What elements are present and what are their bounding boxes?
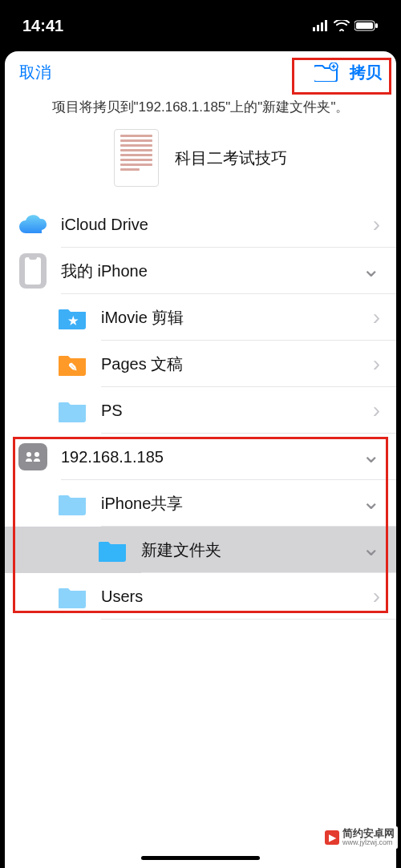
chevron-right-icon	[373, 305, 380, 330]
svg-rect-3	[325, 20, 327, 31]
folder-icon: ✎	[59, 352, 87, 376]
folder-icon	[59, 584, 87, 608]
folder-ps[interactable]: PS	[5, 387, 396, 434]
row-label: iMovie 剪辑	[101, 307, 373, 329]
copy-sheet: 取消 拷贝 项目将拷贝到"192.168.1.185"上的"新建文件夹"。 科目…	[5, 51, 396, 868]
svg-rect-6	[375, 23, 378, 28]
watermark-url: www.jylzwj.com	[342, 839, 395, 847]
chevron-down-icon	[362, 262, 380, 281]
folder-icon: ★	[59, 305, 87, 329]
server-icon	[18, 443, 47, 470]
sheet-header: 取消 拷贝	[5, 51, 396, 93]
watermark: ▶ 简约安卓网 www.jylzwj.com	[322, 826, 398, 849]
svg-rect-5	[356, 22, 373, 29]
battery-icon	[354, 17, 379, 35]
row-label: Users	[101, 587, 373, 606]
status-icons	[313, 17, 379, 35]
folder-users[interactable]: Users	[5, 573, 396, 620]
svg-rect-1	[317, 25, 319, 31]
folder-pages[interactable]: ✎ Pages 文稿	[5, 341, 396, 387]
location-icloud[interactable]: iCloud Drive	[5, 201, 396, 248]
folder-imovie[interactable]: ★ iMovie 剪辑	[5, 294, 396, 341]
chevron-down-icon	[362, 541, 380, 559]
chevron-right-icon	[373, 398, 380, 423]
item-preview: 科目二考试技巧	[5, 129, 396, 187]
watermark-logo-icon: ▶	[325, 830, 339, 845]
chevron-down-icon	[362, 495, 380, 513]
status-bar: 14:41	[0, 0, 401, 51]
row-label: 我的 iPhone	[61, 260, 362, 282]
chevron-down-icon	[362, 448, 380, 466]
row-label: Pages 文稿	[101, 353, 373, 375]
status-time: 14:41	[22, 17, 63, 35]
document-thumbnail-icon	[114, 129, 159, 187]
wifi-icon	[334, 17, 350, 35]
svg-rect-0	[313, 27, 315, 31]
folder-icon	[59, 491, 87, 515]
folder-icon	[59, 398, 87, 422]
chevron-right-icon	[373, 351, 380, 377]
row-label: 192.168.1.185	[61, 448, 362, 466]
iphone-icon	[19, 253, 47, 289]
folder-new-folder[interactable]: 新建文件夹	[5, 527, 396, 573]
svg-rect-2	[321, 22, 323, 31]
item-title: 科目二考试技巧	[175, 147, 287, 169]
location-my-iphone[interactable]: 我的 iPhone	[5, 248, 396, 294]
signal-icon	[313, 17, 329, 35]
svg-point-9	[26, 452, 31, 457]
row-label: iCloud Drive	[61, 216, 373, 234]
location-server[interactable]: 192.168.1.185	[5, 434, 396, 480]
icloud-icon	[18, 214, 48, 235]
chevron-right-icon	[373, 583, 380, 609]
folder-icon	[99, 538, 128, 562]
cancel-button[interactable]: 取消	[19, 62, 51, 83]
new-folder-button[interactable]	[314, 63, 338, 82]
home-indicator[interactable]	[141, 856, 260, 860]
chevron-right-icon	[373, 212, 380, 237]
watermark-title: 简约安卓网	[342, 828, 395, 839]
row-label: iPhone共享	[101, 493, 362, 515]
svg-point-10	[34, 452, 39, 457]
row-label: 新建文件夹	[141, 539, 362, 561]
copy-button[interactable]: 拷贝	[350, 62, 382, 83]
location-list: iCloud Drive 我的 iPhone ★ iMovie 剪辑	[5, 201, 396, 868]
copy-destination-text: 项目将拷贝到"192.168.1.185"上的"新建文件夹"。	[5, 93, 396, 124]
folder-iphone-share[interactable]: iPhone共享	[5, 480, 396, 527]
row-label: PS	[101, 402, 373, 420]
